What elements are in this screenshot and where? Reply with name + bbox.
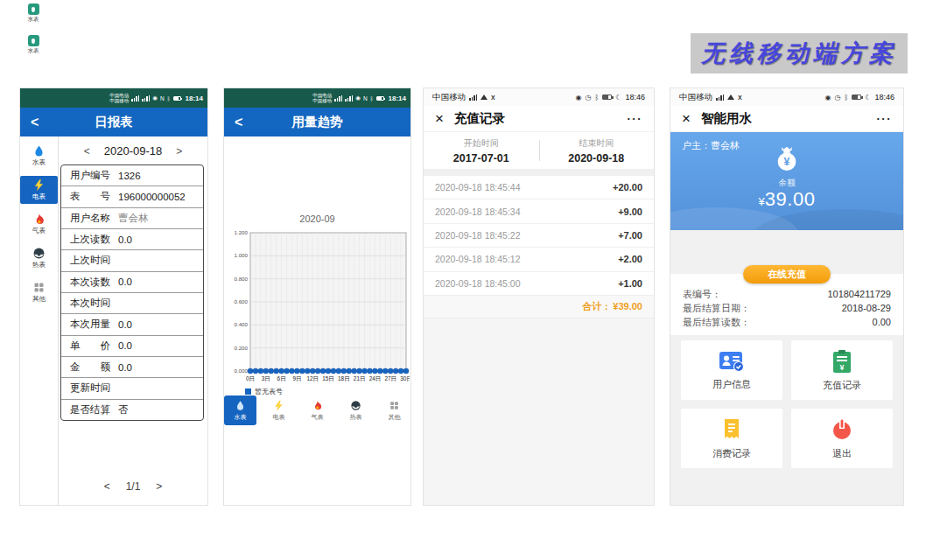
svg-text:¥: ¥	[784, 156, 790, 168]
online-recharge-button[interactable]: 在线充值	[743, 265, 831, 284]
eye-icon: ◉	[825, 94, 831, 102]
start-date-filter[interactable]: 开始时间 2017-07-01	[424, 132, 539, 169]
pagination: < 1/1 >	[59, 480, 207, 493]
screen-recharge-records: 中国移动 X ◉ ◷ ᛒ ☾ 18:46 × 充值记录 ··· 开始时间 201…	[423, 88, 655, 506]
page-title: 充值记录	[454, 110, 505, 127]
logout-card[interactable]: 退出	[791, 409, 893, 468]
next-page-arrow[interactable]: >	[156, 480, 162, 493]
date-range-filter: 开始时间 2017-07-01 结束时间 2020-09-18	[424, 132, 654, 169]
balance-card: 户主：曹会林 ¥ 余额 ¥39.00	[670, 132, 903, 230]
next-date-arrow[interactable]: >	[176, 145, 182, 158]
screen-daily-report: 中国电信 中国移动 ◉ N ᛒ 18:14 < 日报表 水表 电	[19, 88, 208, 506]
signal-icon	[142, 95, 150, 102]
consume-record-card[interactable]: 消费记录	[681, 409, 782, 468]
status-time: 18:14	[389, 94, 406, 102]
divider	[539, 140, 540, 161]
record-row[interactable]: 2020-09-18 18:45:44+20.00	[424, 176, 654, 200]
end-date-filter[interactable]: 结束时间 2020-09-18	[539, 132, 655, 169]
svg-text:27日: 27日	[384, 375, 396, 382]
close-icon[interactable]: ×	[682, 111, 691, 126]
record-row[interactable]: 2020-09-18 18:45:34+9.00	[424, 200, 654, 223]
status-time: 18:14	[186, 94, 203, 102]
screen-usage-trend: 中国电信 中国移动 ◉ N ᛒ 18:14 < 用量趋势 2020-09 0.0…	[223, 88, 411, 506]
status-bar: 中国电信 中国移动 ◉ N ᛒ 18:14	[20, 88, 207, 108]
user-info-card[interactable]: 用户信息	[681, 340, 782, 400]
desktop-shortcut-water-meter[interactable]: 水表	[24, 35, 43, 55]
form-row: 更新时间	[61, 378, 203, 399]
moon-icon: ☾	[865, 94, 871, 102]
svg-text:24日: 24日	[369, 375, 382, 382]
tab-electric[interactable]: 电表	[263, 396, 295, 425]
record-row[interactable]: 2020-09-18 18:45:00+1.00	[424, 272, 654, 296]
info-row: 最后结算读数：0.00	[683, 315, 891, 329]
svg-text:3日: 3日	[262, 375, 270, 382]
close-icon[interactable]: ×	[435, 111, 444, 126]
record-row[interactable]: 2020-09-18 18:45:12+2.00	[424, 248, 654, 271]
current-date[interactable]: 2020-09-18	[104, 144, 163, 158]
daily-report-form: 用户编号1326 表 号196000000052 用户名称曹会林 上次读数0.0…	[60, 164, 204, 421]
status-bar: 中国移动 X ◉ ◷ ᛒ ☾ 18:46	[670, 88, 903, 106]
meter-type-tabs: 水表 电表 气表 热表 其他	[224, 396, 410, 425]
recharge-record-card[interactable]: ¥ 充值记录	[791, 340, 893, 400]
svg-text:0.000: 0.000	[235, 368, 249, 374]
sidebar-item-water[interactable]: 水表	[20, 142, 58, 170]
form-row: 本次时间	[61, 293, 203, 314]
chart-title: 2020-09	[224, 214, 410, 224]
prev-date-arrow[interactable]: <	[84, 145, 90, 158]
sidebar-item-other[interactable]: 其他	[20, 278, 58, 306]
tab-water[interactable]: 水表	[224, 396, 256, 425]
total-value: ¥39.00	[613, 301, 642, 312]
water-drop-icon	[235, 400, 246, 411]
app-header: × 智能用水 ···	[670, 106, 903, 132]
shortcut-label: 水表	[24, 47, 43, 55]
tab-other[interactable]: 其他	[378, 396, 410, 425]
moon-icon: ☾	[615, 94, 621, 102]
recharge-record-icon: ¥	[831, 349, 853, 374]
battery-icon	[173, 96, 181, 101]
record-row[interactable]: 2020-09-18 18:45:22+7.00	[424, 224, 654, 248]
water-app-icon	[28, 4, 39, 15]
sidebar-item-heat[interactable]: 热表	[20, 244, 58, 272]
back-arrow-icon[interactable]: <	[31, 115, 39, 130]
other-grid-icon	[32, 281, 46, 294]
screen-smart-water: 中国移动 X ◉ ◷ ᛒ ☾ 18:46 × 智能用水 ··· 户主：曹会林	[670, 88, 904, 506]
sidebar-item-gas[interactable]: 气表	[20, 210, 58, 238]
flame-icon	[312, 400, 323, 411]
tab-heat[interactable]: 热表	[340, 396, 372, 425]
action-grid: 用户信息 ¥ 充值记录	[681, 340, 893, 468]
prev-page-arrow[interactable]: <	[104, 480, 110, 493]
tab-gas[interactable]: 气表	[301, 396, 333, 425]
page-title: 日报表	[20, 114, 207, 130]
battery-icon	[852, 94, 861, 100]
status-bar: 中国移动 X ◉ ◷ ᛒ ☾ 18:46	[424, 88, 654, 106]
date-navigator: < 2020-09-18 >	[59, 144, 207, 158]
water-drop-icon	[32, 144, 46, 158]
sidebar-item-electric[interactable]: 电表	[20, 176, 58, 204]
wifi-icon	[727, 94, 734, 100]
carrier-label: 中国移动	[679, 92, 712, 103]
svg-text:1.200: 1.200	[235, 229, 249, 235]
nfc-icon: N	[363, 95, 368, 102]
more-menu-icon[interactable]: ···	[877, 112, 893, 125]
battery-icon	[602, 94, 612, 100]
flame-icon	[32, 213, 46, 226]
back-arrow-icon[interactable]: <	[235, 115, 242, 130]
svg-text:12日: 12日	[306, 375, 319, 382]
user-info-icon	[719, 350, 745, 373]
total-label: 合计：	[582, 300, 611, 313]
carrier-label: 中国移动	[432, 92, 466, 103]
form-row: 本次用量0.0	[61, 314, 203, 335]
total-row: 合计： ¥39.00	[424, 296, 654, 318]
more-menu-icon[interactable]: ···	[628, 112, 643, 125]
signal-icon	[469, 94, 477, 101]
carrier-2: 中国移动	[109, 98, 129, 104]
lightning-icon	[273, 400, 284, 411]
carrier-2: 中国移动	[312, 98, 332, 104]
divider	[424, 169, 654, 176]
usage-trend-chart[interactable]: 0.0000.2000.4000.6000.8001.0001.2000日3日6…	[226, 228, 410, 390]
status-time: 18:46	[625, 93, 645, 102]
desktop-shortcut-water-meter[interactable]: 水表	[24, 4, 43, 24]
eye-icon: ◉	[152, 94, 158, 102]
info-row: 最后结算日期：2018-08-29	[683, 301, 891, 315]
meter-type-sidebar: 水表 电表 气表 热表 其他	[20, 136, 59, 506]
